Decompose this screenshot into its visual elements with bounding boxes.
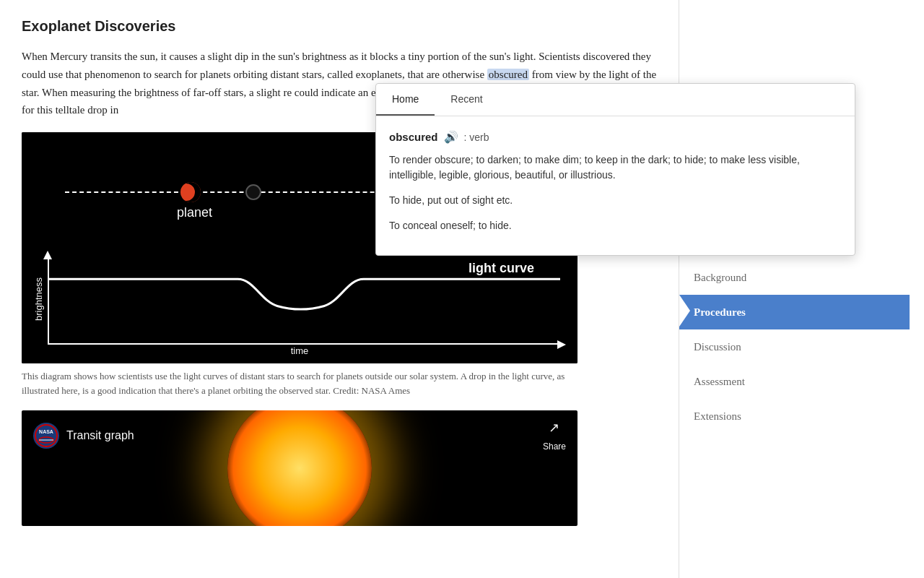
article-title: Exoplanet Discoveries: [22, 14, 657, 38]
share-label: Share: [543, 440, 566, 454]
dict-word-line: obscured 🔊 : verb: [389, 128, 842, 147]
dict-pos: : verb: [464, 129, 489, 145]
dict-def-1: To render obscure; to darken; to make di…: [389, 152, 842, 183]
brightness-label: brightness: [32, 277, 47, 321]
dictionary-popup: Home Recent obscured 🔊 : verb To render …: [375, 83, 855, 256]
dictionary-tabs: Home Recent: [376, 84, 855, 116]
sidebar-item-assessment[interactable]: Assessment: [679, 364, 910, 399]
diagram-caption: This diagram shows how scientists use th…: [22, 369, 578, 397]
dictionary-body: obscured 🔊 : verb To render obscure; to …: [376, 116, 855, 255]
share-button[interactable]: ↗ Share: [543, 418, 566, 454]
speaker-icon[interactable]: 🔊: [444, 128, 458, 147]
dict-word: obscured: [389, 129, 438, 146]
share-icon: ↗: [549, 418, 559, 439]
sidebar-label-extensions: Extensions: [694, 410, 741, 422]
video-header: NASA Transit graph ↗ Share: [22, 410, 578, 461]
sidebar-item-procedures[interactable]: Procedures: [679, 295, 910, 329]
video-title: Transit graph: [66, 426, 134, 445]
tab-recent[interactable]: Recent: [435, 84, 498, 116]
video-container[interactable]: NASA Transit graph ↗ Share: [22, 410, 578, 526]
sidebar-item-extensions[interactable]: Extensions: [679, 399, 910, 434]
nasa-logo: NASA: [33, 423, 59, 449]
tab-home[interactable]: Home: [376, 84, 435, 116]
dict-def-2: To hide, put out of sight etc.: [389, 193, 842, 208]
planet-label: planet: [177, 202, 212, 223]
time-label: time: [291, 344, 309, 359]
video-logo-area: NASA Transit graph: [33, 423, 134, 449]
sidebar-item-discussion[interactable]: Discussion: [679, 329, 910, 364]
sidebar-label-background: Background: [694, 272, 746, 283]
highlighted-word[interactable]: obscured: [487, 69, 529, 80]
sidebar-label-procedures: Procedures: [694, 303, 746, 321]
sidebar-label-discussion: Discussion: [694, 341, 741, 353]
svg-text:NASA: NASA: [39, 429, 53, 434]
sidebar-label-assessment: Assessment: [694, 376, 745, 387]
dict-def-3: To conceal oneself; to hide.: [389, 218, 842, 233]
sidebar-item-background[interactable]: Background: [679, 260, 910, 295]
light-curve-label: light curve: [468, 258, 534, 279]
